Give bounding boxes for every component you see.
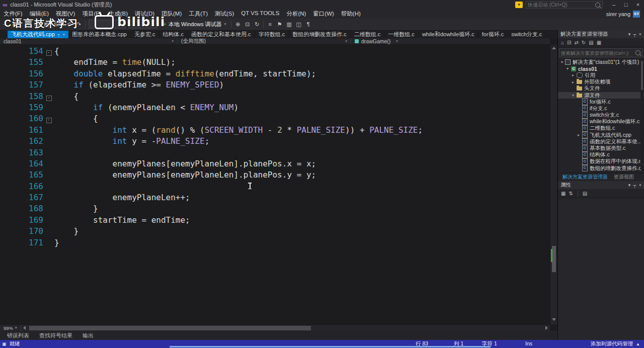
code-line[interactable]: 170 } xyxy=(0,226,550,237)
tree-item[interactable]: C基本数据类型.c xyxy=(558,145,644,151)
immediate-window-icon[interactable]: ≡ xyxy=(265,21,275,27)
background-tasks-icon[interactable]: ▣ xyxy=(2,341,7,346)
tree-item[interactable]: Cswitch分支.c xyxy=(558,112,644,119)
panel-tab[interactable]: 查找符号结果 xyxy=(35,332,76,339)
solution-explorer-search-input[interactable] xyxy=(559,50,635,56)
tree-scrollbar[interactable] xyxy=(640,59,643,169)
code-line[interactable]: 165 enemyPlanes[enemyPlaneLen].planePos.… xyxy=(0,169,550,181)
comment-icon[interactable]: ▥ xyxy=(284,21,294,28)
breakpoints-window-icon[interactable]: ⊡ xyxy=(243,21,252,28)
code-line[interactable]: 155 endTime = time(NULL); xyxy=(0,57,550,68)
horizontal-scrollbar-thumb[interactable] xyxy=(29,326,311,330)
editor-tab[interactable]: 二维数组.c xyxy=(351,30,385,38)
editor-tab[interactable]: 结构体.c xyxy=(159,30,188,38)
update-notification-icon[interactable]: ▼ xyxy=(515,2,523,8)
chevron-right-icon[interactable]: ▸ xyxy=(571,73,576,77)
tree-item[interactable]: C数据在程序中的体现.c xyxy=(558,158,644,165)
code-line[interactable]: 169 startTime = endTime; xyxy=(0,215,550,226)
menu-item[interactable]: QT VS TOOLS xyxy=(237,10,283,18)
categorized-icon[interactable]: ▦ xyxy=(561,191,566,196)
chevron-down-icon[interactable]: ▾ xyxy=(571,93,576,98)
quick-launch-input[interactable] xyxy=(526,2,595,8)
fold-marker[interactable]: - xyxy=(46,50,52,56)
code-line[interactable]: 164 enemyPlanes[enemyPlaneLen].planePos.… xyxy=(0,158,550,169)
refresh-icon[interactable]: ↻ xyxy=(252,21,262,28)
tree-item[interactable]: C函数的定义和基本使用.c xyxy=(558,138,644,145)
editor-tab[interactable]: 飞机大战代码.cpp┬× xyxy=(8,30,68,38)
scroll-up-icon[interactable] xyxy=(552,47,556,49)
alphabetical-icon[interactable]: ⇅ xyxy=(569,191,573,196)
menu-item[interactable]: 工具(T) xyxy=(185,10,211,18)
tree-item[interactable]: Cfor循环.c xyxy=(558,99,644,105)
tree-item[interactable]: ▸C飞机大战代码.cpp xyxy=(558,132,644,138)
panel-tab[interactable]: 输出 xyxy=(78,332,98,339)
refresh-icon[interactable]: ↻ xyxy=(582,40,586,45)
tree-item[interactable]: Cif分支.c xyxy=(558,105,644,112)
tree-item[interactable]: ▾源文件 xyxy=(558,92,644,99)
tree-item[interactable]: C数组的增删改查操作.c xyxy=(558,165,644,171)
editor-tab[interactable]: 一维数组.c xyxy=(384,30,419,38)
pin-icon[interactable]: ┬ xyxy=(633,32,636,37)
pin-icon[interactable]: ┬ xyxy=(57,32,60,37)
pin-icon[interactable]: ┬ xyxy=(633,183,636,188)
start-debug-button[interactable]: 本地 Windows 调试器 ▾ xyxy=(158,21,229,28)
tree-item[interactable]: C二维数组.c xyxy=(558,125,644,132)
code-line[interactable]: 171} xyxy=(0,237,550,248)
sync-with-active-document-icon[interactable]: ⇄ xyxy=(574,40,578,45)
tree-item[interactable]: Cwhile和dowhile循环.c xyxy=(558,119,644,125)
chevron-down-icon[interactable]: ▾ xyxy=(559,60,565,64)
editor-tab[interactable]: 函数的定义和基本使用.c xyxy=(188,30,255,38)
tree-item[interactable]: ▸引用 xyxy=(558,72,644,78)
editor-tab[interactable]: for循环.c xyxy=(478,30,508,38)
close-button[interactable]: × xyxy=(632,0,644,10)
code-line[interactable]: 156 double elapsedTime = difftime(endTim… xyxy=(0,68,550,79)
code-line[interactable]: 158- { xyxy=(0,91,550,102)
chevron-right-icon[interactable]: ▸ xyxy=(571,80,576,84)
code-line[interactable]: 161 int x = (rand() % (SCREEN_WIDTH - 2 … xyxy=(0,125,550,136)
dock-tab[interactable]: 资源视图 xyxy=(611,173,636,181)
avatar[interactable]: SY xyxy=(633,11,640,18)
editor-tab[interactable]: 数组的增删改查操作.c xyxy=(289,30,351,38)
code-line[interactable]: 160- { xyxy=(0,113,550,124)
close-icon[interactable]: × xyxy=(639,32,641,37)
breadcrumb-scope-dropdown[interactable]: (全局范围) ▾ xyxy=(178,38,351,44)
solution-explorer-header[interactable]: 解决方案资源管理器 ▾┬× xyxy=(558,30,644,38)
close-icon[interactable]: × xyxy=(62,32,65,37)
chevron-down-icon[interactable]: ▾ xyxy=(565,66,570,71)
tree-item[interactable]: ▾Cclass01 xyxy=(558,65,644,72)
editor-tab[interactable]: switch分支.c xyxy=(508,30,546,38)
property-pages-icon[interactable]: ▤ xyxy=(583,191,587,196)
menu-item[interactable]: 分析(N) xyxy=(283,10,309,18)
panel-tab[interactable]: 错误列表 xyxy=(3,332,33,339)
window-position-icon[interactable]: ▾ xyxy=(628,32,631,37)
menu-item[interactable]: 窗口(W) xyxy=(309,10,338,18)
editor-tab[interactable]: 图形库的基本概念.cpp xyxy=(68,30,131,38)
chevron-right-icon[interactable]: ▸ xyxy=(576,133,581,137)
code-line[interactable]: 159 if (enemyPlaneLen < ENEMY_NUM) xyxy=(0,102,550,113)
fold-marker[interactable]: - xyxy=(46,118,52,123)
tree-item[interactable]: C结构体.c xyxy=(558,152,644,158)
code-line[interactable]: 168 } xyxy=(0,203,550,214)
breadcrumb-method-dropdown[interactable]: drawGame() ▾ xyxy=(351,38,550,44)
breadcrumb-project-dropdown[interactable]: class01 ▾ xyxy=(0,38,178,44)
fold-marker[interactable]: - xyxy=(46,96,52,101)
code-line[interactable]: 154-{ xyxy=(0,46,550,57)
tree-item[interactable]: ▸外部依赖项 xyxy=(558,79,644,85)
scroll-down-icon[interactable] xyxy=(552,318,556,321)
code-line[interactable]: 166 xyxy=(0,181,550,192)
maximize-button[interactable]: □ xyxy=(620,0,632,10)
attach-to-process-icon[interactable]: ⊕ xyxy=(233,21,243,28)
menu-item[interactable]: 帮助(H) xyxy=(338,10,364,18)
close-icon[interactable]: × xyxy=(639,183,641,188)
properties-icon[interactable]: ▦ xyxy=(597,40,601,45)
properties-header[interactable]: 属性 ▾┬× xyxy=(558,181,644,189)
quick-launch-box[interactable] xyxy=(525,1,603,9)
collapse-all-icon[interactable]: ⊟ xyxy=(567,40,571,45)
code-line[interactable]: 163 xyxy=(0,147,550,158)
tree-item[interactable]: 头文件 xyxy=(558,85,644,92)
vertical-scrollbar-thumb[interactable] xyxy=(552,246,556,272)
add-to-source-control-button[interactable]: 添加到源代码管理 ▲ xyxy=(591,340,640,347)
tree-scrollbar-thumb[interactable] xyxy=(641,61,643,90)
editor-tab[interactable]: 字符数组.c xyxy=(255,30,289,38)
code-line[interactable]: 162 int y = -PALNE_SIZE; xyxy=(0,136,550,147)
